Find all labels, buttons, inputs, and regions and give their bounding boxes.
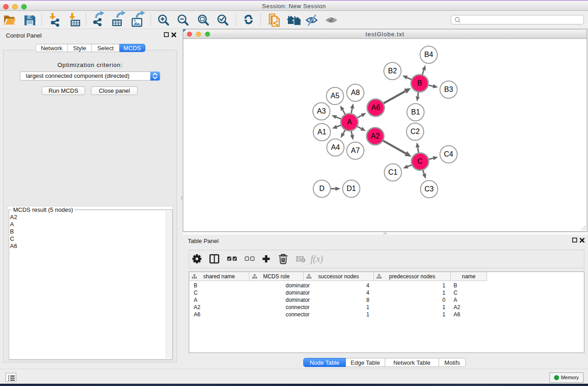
svg-text:B3: B3 [444, 86, 453, 93]
svg-text:B4: B4 [424, 51, 433, 58]
svg-text:A: A [347, 118, 352, 126]
svg-text:D1: D1 [347, 185, 356, 192]
svg-text:A7: A7 [351, 147, 360, 154]
svg-text:A1: A1 [317, 128, 326, 136]
svg-text:f(x): f(x) [311, 254, 323, 264]
svg-text:D: D [319, 185, 325, 192]
svg-text:A3: A3 [317, 107, 326, 115]
svg-text:B2: B2 [388, 67, 397, 75]
svg-text:A5: A5 [330, 92, 339, 100]
svg-text:C3: C3 [425, 185, 434, 193]
svg-text:B: B [417, 79, 422, 87]
svg-text:A6: A6 [371, 104, 380, 111]
svg-text:C2: C2 [411, 128, 420, 135]
svg-text:A2: A2 [371, 132, 380, 140]
svg-text:B1: B1 [411, 108, 420, 116]
svg-text:A4: A4 [331, 143, 340, 151]
svg-text:C: C [417, 157, 423, 165]
svg-text:C4: C4 [444, 150, 454, 158]
svg-text:A8: A8 [351, 89, 360, 96]
svg-text:C1: C1 [388, 168, 398, 176]
